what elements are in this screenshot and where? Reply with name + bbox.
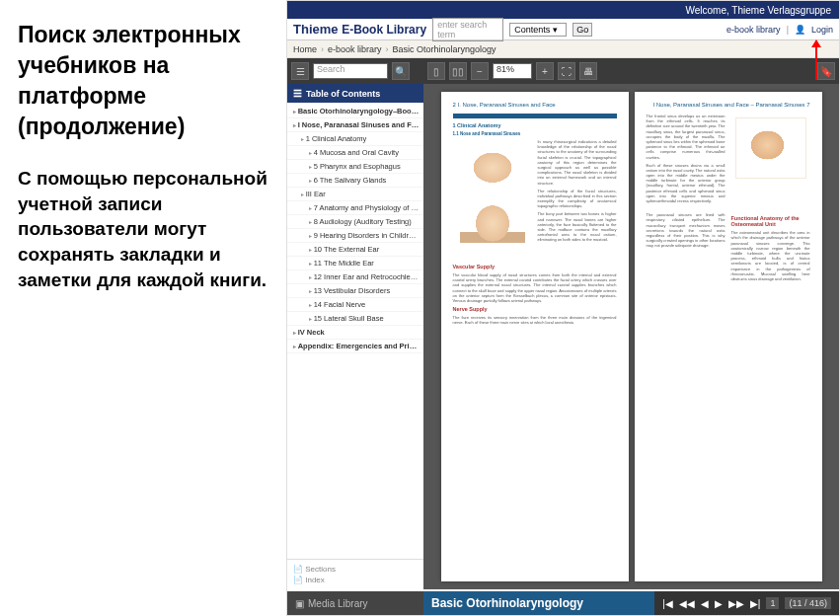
brand-logo: Thieme E-Book Library (293, 22, 426, 37)
login-link[interactable]: Login (811, 25, 833, 35)
single-page-button[interactable]: ▯ (427, 62, 445, 80)
slide-title: Поиск электронных учебников на платформе… (18, 20, 268, 142)
zoom-level[interactable]: 81% (493, 63, 532, 79)
go-button[interactable]: Go (573, 23, 592, 37)
section-heading: Functional Anatomy of the Osteomeatal Un… (731, 215, 810, 227)
section-heading: Vascular Supply (453, 264, 617, 270)
next-page-button[interactable]: ▶▶ (728, 598, 744, 609)
skull-front-illustration (458, 143, 527, 197)
toc-item[interactable]: IV Neck (287, 326, 423, 340)
toc-item[interactable]: 14 Facial Nerve (287, 298, 423, 312)
welcome-bar: Welcome, Thieme Verlagsgruppe (287, 1, 839, 19)
print-button[interactable]: 🖶 (579, 62, 597, 80)
reader-toolbar: ☰ Search 🔍 ▯ ▯▯ − 81% + ⛶ 🖶 🔖 (287, 58, 839, 84)
page-nav: |◀ ◀◀ ◀ ▶ ▶▶ ▶| 1 (11 / 416) (654, 591, 839, 615)
top-search-input[interactable]: enter search term (432, 18, 503, 41)
double-page-button[interactable]: ▯▯ (449, 62, 467, 80)
page-number[interactable]: 1 (766, 597, 779, 609)
zoom-out-button[interactable]: − (471, 62, 489, 80)
toc-item[interactable]: III Ear (287, 188, 423, 201)
bottom-bar: ▣ Media Library Basic Otorhinolaryngolog… (287, 591, 839, 615)
slide-body: С помощью персональной учетной записи по… (18, 166, 268, 292)
book-title-bar: Basic Otorhinolaryngology (423, 591, 654, 615)
search-button[interactable]: 🔍 (392, 62, 410, 80)
reader-search-input[interactable]: Search (313, 63, 388, 79)
breadcrumb: Home › e-book library › Basic Otorhinola… (287, 40, 839, 58)
welcome-text: Welcome, Thieme Verlagsgruppe (686, 5, 832, 16)
first-page-button[interactable]: |◀ (662, 598, 673, 609)
crumb-lib[interactable]: e-book library (328, 44, 382, 54)
divider: | (787, 25, 789, 35)
toc-item[interactable]: 1 Clinical Anatomy (287, 132, 423, 146)
crumb-book[interactable]: Basic Otorhinolaryngology (393, 44, 496, 54)
toc-toggle-button[interactable]: ☰ (291, 62, 309, 80)
toc-item[interactable]: 8 Audiology (Auditory Testing) (287, 215, 423, 229)
toc-item[interactable]: I Nose, Paranasal Sinuses and Face (287, 118, 423, 132)
crumb-home[interactable]: Home (293, 44, 317, 54)
zoom-in-button[interactable]: + (536, 62, 554, 80)
toc-item[interactable]: Appendix: Emergencies and Primary Mea (287, 340, 423, 353)
toc-item[interactable]: 10 The External Ear (287, 243, 423, 257)
toc-tree: Basic Otorhinolaryngology–Book Info I No… (287, 103, 423, 559)
slide-left-text: Поиск электронных учебников на платформе… (0, 0, 286, 616)
toc-item[interactable]: 15 Lateral Skull Base (287, 312, 423, 326)
right-page[interactable]: I Nose, Paranasal Sinuses and Face – Par… (635, 92, 822, 581)
annotation-arrow (815, 40, 817, 80)
left-page[interactable]: 2 I. Nose, Paranasal Sinuses and Face 1 … (441, 92, 629, 581)
sidebar-extras: 📄 Sections 📄 Index (287, 559, 423, 589)
person-icon: 👤 (795, 25, 805, 35)
sections-link[interactable]: 📄 Sections (293, 564, 418, 575)
last-page-button[interactable]: ▶| (750, 598, 761, 609)
toc-item[interactable]: 6 The Salivary Glands (287, 174, 423, 188)
toc-item[interactable]: 12 Inner Ear and Retrocochlear Diso (287, 270, 423, 284)
toc-item[interactable]: 7 Anatomy and Physiology of the Ear (287, 201, 423, 215)
chapter-bar (453, 114, 617, 118)
toc-item[interactable]: 9 Hearing Disorders in Children—Pedi (287, 229, 423, 243)
media-icon: ▣ (295, 598, 304, 609)
forward-button[interactable]: ▶ (715, 598, 723, 609)
toc-item[interactable]: Basic Otorhinolaryngology–Book Info (287, 105, 423, 118)
scope-select[interactable]: Contents ▾ (509, 23, 567, 37)
toc-item[interactable]: 13 Vestibular Disorders (287, 284, 423, 298)
prev-page-button[interactable]: ◀◀ (679, 598, 695, 609)
media-library-button[interactable]: ▣ Media Library (287, 591, 423, 615)
section-heading: Nerve Supply (453, 306, 617, 312)
ebook-library-link[interactable]: e-book library (726, 25, 781, 35)
page-spread: 2 I. Nose, Paranasal Sinuses and Face 1 … (423, 84, 839, 589)
app-window: Welcome, Thieme Verlagsgruppe Thieme E-B… (286, 0, 840, 616)
toc-item[interactable]: 11 The Middle Ear (287, 257, 423, 270)
fit-button[interactable]: ⛶ (558, 62, 575, 80)
toc-item[interactable]: 4 Mucosa and Oral Cavity (287, 146, 423, 160)
ear-anatomy-illustration (735, 117, 806, 179)
toc-item[interactable]: 5 Pharynx and Esophagus (287, 160, 423, 174)
back-button[interactable]: ◀ (701, 598, 709, 609)
bookmark-button[interactable]: 🔖 (817, 62, 835, 80)
index-link[interactable]: 📄 Index (293, 575, 418, 585)
toc-header: Table of Contents (287, 84, 423, 103)
sidebar: Table of Contents Basic Otorhinolaryngol… (287, 84, 423, 589)
brand-row: Thieme E-Book Library enter search term … (287, 19, 839, 40)
skull-side-illustration (460, 201, 525, 257)
page-indicator: (11 / 416) (785, 597, 831, 609)
